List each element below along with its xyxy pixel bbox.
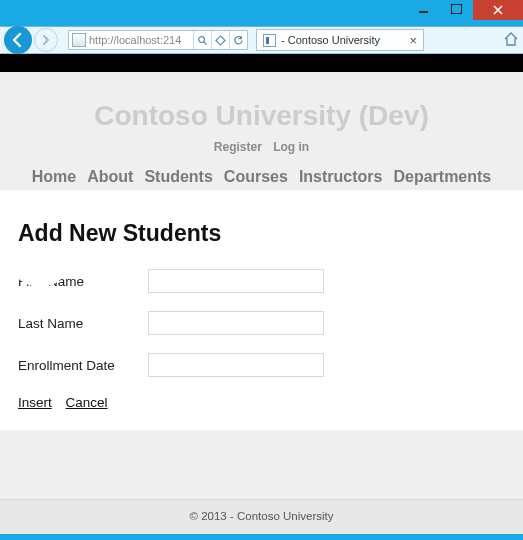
window-close-button[interactable] [473, 0, 523, 20]
insert-link[interactable]: Insert [18, 395, 52, 410]
nav-back-button[interactable] [4, 26, 32, 54]
main-content: Add New Students First Name Last Name En… [0, 190, 523, 430]
black-strip [0, 54, 523, 72]
site-title: Contoso University (Dev) [0, 72, 523, 140]
nav-about[interactable]: About [87, 168, 133, 186]
nav-instructors[interactable]: Instructors [299, 168, 383, 186]
home-icon[interactable] [503, 31, 519, 50]
last-name-input[interactable] [148, 311, 324, 335]
last-name-label: Last Name [18, 316, 148, 331]
tab-favicon [263, 34, 276, 47]
cancel-link[interactable]: Cancel [66, 395, 108, 410]
search-icon[interactable] [193, 31, 211, 49]
nav-departments[interactable]: Departments [393, 168, 491, 186]
stop-icon[interactable] [211, 31, 229, 49]
address-bar[interactable]: http://localhost:214 [68, 30, 248, 50]
footer-text: © 2013 - Contoso University [190, 510, 334, 522]
window-titlebar [0, 0, 523, 26]
auth-links: Register Log in [0, 140, 523, 154]
refresh-icon[interactable] [229, 31, 247, 49]
svg-point-0 [199, 36, 205, 42]
footer: © 2013 - Contoso University [0, 499, 523, 534]
browser-tab[interactable]: - Contoso University × [256, 29, 424, 51]
page-heading: Add New Students [18, 220, 505, 247]
window-maximize-button[interactable] [440, 0, 472, 18]
enrollment-date-input[interactable] [148, 353, 324, 377]
nav-forward-button[interactable] [34, 28, 58, 52]
main-nav: Home About Students Courses Instructors … [0, 168, 523, 190]
enrollment-date-label: Enrollment Date [18, 358, 148, 373]
nav-courses[interactable]: Courses [224, 168, 288, 186]
nav-students[interactable]: Students [144, 168, 212, 186]
page-icon [72, 33, 86, 47]
browser-toolbar: http://localhost:214 - Contoso Universit… [0, 26, 523, 54]
login-link[interactable]: Log in [273, 140, 309, 154]
tab-close-icon[interactable]: × [409, 34, 417, 47]
url-text: http://localhost:214 [89, 34, 193, 46]
tab-title: - Contoso University [281, 34, 404, 46]
register-link[interactable]: Register [214, 140, 262, 154]
nav-home[interactable]: Home [32, 168, 76, 186]
first-name-input[interactable] [148, 269, 324, 293]
window-minimize-button[interactable] [407, 0, 439, 18]
